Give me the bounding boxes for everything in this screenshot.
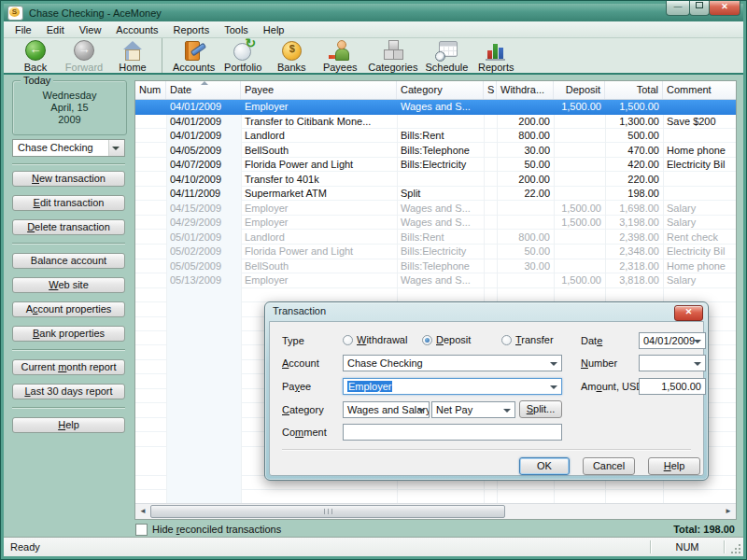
table-row[interactable]: 04/05/2009 BellSouth Bills:Telephone 30.… [135,144,736,159]
menu-item[interactable]: Accounts [108,22,165,37]
table-row[interactable]: 05/05/2009 BellSouth Bills:Telephone 30.… [135,259,736,274]
table-row[interactable]: 05/01/2009 Landlord Bills:Rent 800.00 2,… [135,231,736,245]
table-row[interactable]: 05/13/2009 Employer Wages and S... 1,500… [135,273,736,288]
dialog-close-icon[interactable]: ✕ [674,305,703,321]
table-row[interactable]: 04/10/2009 Transfer to 401k 200.00 220.0… [135,173,736,188]
amount-field[interactable]: 1,500.00 [639,378,706,395]
cell-category: Wages and S... [397,273,484,288]
cell-num [135,115,166,130]
table-row[interactable]: 04/11/2009 Supermarket ATM Split 22.00 1… [135,187,736,202]
column-header-withdrawal[interactable]: Withdra... [497,81,554,99]
menu-item[interactable]: Help [256,22,292,37]
sidebar-button[interactable]: Help [12,417,125,433]
account-label: Account [282,357,319,369]
help-button[interactable]: Help [648,457,700,475]
category-combobox[interactable]: Wages and Salary [343,401,430,418]
table-header: Num Date Payee Category S Withdra... Dep… [135,81,736,100]
toolbar-button[interactable]: Reports [472,38,520,73]
table-row[interactable]: 04/01/2009 Employer Wages and S... 1,500… [135,100,736,115]
cell-withdrawal [497,100,554,115]
cell-payee: BellSouth [241,144,397,159]
column-header-status[interactable]: S [484,81,497,99]
maximize-button[interactable] [689,1,710,16]
cell-withdrawal: 50.00 [497,158,554,173]
cell-date: 04/05/2009 [166,144,241,159]
sidebar-button[interactable]: Edit transaction [12,195,125,211]
subcategory-combobox[interactable]: Net Pay [431,401,515,418]
column-header-date[interactable]: Date [166,81,241,99]
hide-reconciled-checkbox[interactable] [135,524,148,536]
type-radio[interactable]: Withdrawal [343,333,407,346]
toolbar-button-label: Reports [478,62,514,73]
cell-withdrawal: 800.00 [497,231,554,245]
cell-comment: Home phone [663,259,736,274]
horizontal-scrollbar[interactable]: ◄ ► [135,503,736,519]
cell-comment [663,173,736,188]
column-header-deposit[interactable]: Deposit [554,81,605,99]
toolbar-button[interactable]: Back [11,38,60,73]
sidebar-button[interactable]: Balance account [12,253,125,269]
menu-item[interactable]: View [72,22,109,37]
account-combobox[interactable]: Chase Checking [343,355,562,371]
close-button[interactable]: ✕ [709,1,740,16]
cancel-button[interactable]: Cancel [583,457,635,475]
cell-deposit [554,245,605,259]
toolbar-button[interactable]: Home [108,38,162,73]
comment-field[interactable] [343,424,562,441]
type-radio[interactable]: Deposit [422,333,471,346]
table-row[interactable]: 04/15/2009 Employer Wages and S... 1,500… [135,202,736,217]
toolbar-button[interactable]: Schedule [421,38,472,73]
sidebar-button[interactable]: New transaction [12,171,125,187]
toolbar-button[interactable]: Forward [60,38,108,73]
sidebar-button[interactable]: Current month report [12,359,125,375]
toolbar-button-label: Home [119,62,146,73]
scrollbar-thumb[interactable] [150,505,505,518]
cell-comment: Electricity Bil [663,158,736,173]
cell-deposit [554,144,605,159]
menu-item[interactable]: Reports [166,22,218,37]
sidebar-button[interactable]: Last 30 days report [12,384,125,399]
number-combobox[interactable] [639,355,706,371]
cell-date: 04/29/2009 [166,216,241,231]
scroll-left-icon[interactable]: ◄ [135,504,150,518]
resize-grip[interactable] [725,538,743,556]
cell-comment: Electricity Bil [663,245,736,259]
column-header-payee[interactable]: Payee [241,81,397,99]
cell-deposit [554,173,605,188]
reports-icon [484,39,508,62]
column-header-num[interactable]: Num [135,81,166,99]
minimize-button[interactable]: — [666,1,690,16]
payee-combobox[interactable]: Employer [343,378,562,395]
column-header-comment[interactable]: Comment [663,81,736,99]
table-row[interactable]: 04/07/2009 Florida Power and Light Bills… [135,158,736,173]
table-row[interactable]: 04/01/2009 Landlord Bills:Rent 800.00 50… [135,129,736,144]
menu-item[interactable]: File [7,22,39,37]
table-row[interactable]: 04/29/2009 Employer Wages and S... 1,500… [135,216,736,231]
cell-withdrawal: 22.00 [497,187,554,202]
toolbar-button[interactable]: Payees [316,38,364,73]
toolbar-button-label: Banks [277,62,306,73]
split-button[interactable]: Split... [519,400,562,418]
account-selector[interactable]: Chase Checking [12,139,125,157]
sidebar-button[interactable]: Delete transaction [12,219,125,235]
menu-item[interactable]: Edit [39,22,72,37]
sidebar-button[interactable]: Account properties [12,301,125,317]
toolbar-button[interactable]: Banks [267,38,316,73]
toolbar-button[interactable]: Categories [364,38,421,73]
column-header-total[interactable]: Total [605,81,663,99]
sidebar-button[interactable]: Web site [12,277,125,293]
toolbar-button[interactable]: Accounts [169,38,218,73]
sidebar-button[interactable]: Bank properties [12,326,125,342]
cell-payee: Employer [241,202,397,217]
cell-status [484,202,497,217]
table-row[interactable]: 04/01/2009 Transfer to Citibank Mone... … [135,115,736,130]
date-combobox[interactable]: 04/01/2009 [639,332,706,349]
ok-button[interactable]: OK [519,457,570,475]
toolbar-button[interactable]: Portfolio [218,38,267,73]
column-header-category[interactable]: Category [397,81,484,99]
cell-deposit [554,231,605,245]
type-radio[interactable]: Transfer [501,333,554,346]
scroll-right-icon[interactable]: ► [721,504,736,518]
cell-payee: Transfer to Citibank Mone... [241,115,397,130]
table-row[interactable]: 05/02/2009 Florida Power and Light Bills… [135,245,736,259]
